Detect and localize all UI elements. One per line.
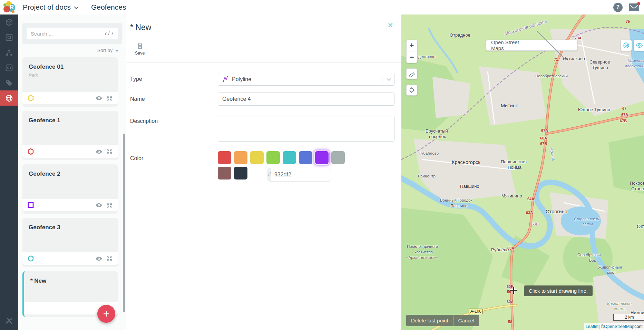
save-button[interactable]: Save	[135, 43, 145, 56]
map-scale: 2 km	[613, 314, 644, 321]
geofence-shape-icon	[27, 255, 34, 262]
geofence-card[interactable]: Geofence 1	[22, 111, 118, 160]
leaflet-link[interactable]: Leaflet	[586, 324, 599, 329]
list-scrollbar[interactable]	[123, 134, 125, 312]
project-selector-label: Project of docs	[23, 3, 71, 11]
map-layer-select[interactable]: Open Street Maps	[486, 40, 577, 51]
ruler-icon	[408, 70, 415, 77]
app-logo[interactable]: R	[3, 1, 16, 14]
nav-item-tools[interactable]	[0, 313, 18, 329]
search-container: 7 / 7	[22, 23, 122, 44]
zoom-control: + −	[406, 40, 417, 63]
polyline-icon	[222, 76, 229, 82]
drawing-action-bar: Delete last point Cancel	[406, 315, 479, 326]
nav-item-tags[interactable]	[0, 75, 18, 90]
map-base-layer	[401, 14, 644, 330]
geofence-card-subtitle: Park	[22, 70, 118, 78]
geofence-card-title: Geofence 1	[22, 111, 118, 124]
name-input[interactable]	[218, 93, 394, 105]
fit-to-bounds-button[interactable]	[106, 148, 113, 155]
project-selector[interactable]: Project of docs	[23, 3, 77, 11]
attribution-separator: | ©	[598, 324, 604, 329]
notification-dot	[637, 2, 640, 5]
color-swatch[interactable]	[218, 167, 231, 179]
type-select[interactable]: Polyline |	[218, 73, 394, 86]
page-title: Geofences	[91, 3, 126, 11]
save-button-label: Save	[135, 51, 145, 56]
search-counter: 7 / 7	[104, 31, 114, 36]
geofence-card-footer	[22, 92, 118, 104]
geofence-list-panel: 7 / 7 Sort by Geofence 01ParkGeofence 1G…	[18, 14, 126, 330]
geofence-card-footer	[22, 252, 118, 265]
geofence-shape-icon	[27, 95, 34, 101]
logo-letter: R	[10, 4, 14, 11]
osm-link[interactable]: OpenStreetMap	[604, 324, 634, 329]
nav-item-geofences[interactable]	[0, 90, 18, 106]
color-swatch[interactable]	[218, 151, 231, 164]
fit-to-bounds-button[interactable]	[106, 255, 113, 262]
geofence-editor-panel: * New × Save Type Polyline | Name Descri…	[126, 14, 401, 330]
geofence-card-list: Geofence 01ParkGeofence 1Geofence 2Geofe…	[18, 57, 126, 317]
geofence-visibility-toggle[interactable]	[621, 40, 632, 51]
nav-item-objects[interactable]	[0, 14, 18, 30]
search-input[interactable]	[31, 31, 104, 37]
save-floppy-icon	[137, 43, 143, 49]
hex-color-input[interactable]	[271, 172, 331, 178]
frame-icon	[5, 33, 13, 42]
show-on-map-eye-button[interactable]	[95, 255, 103, 262]
concentric-circles-icon	[623, 42, 630, 49]
top-bar: R Project of docs Geofences ?	[0, 0, 644, 14]
fit-to-bounds-button[interactable]	[106, 202, 113, 209]
map-layer-value: Open Street Maps	[491, 39, 531, 51]
fit-to-bounds-button[interactable]	[106, 95, 113, 102]
description-label: Description	[130, 118, 158, 124]
close-icon[interactable]: ×	[388, 21, 393, 30]
sort-by-label: Sort by	[97, 48, 113, 53]
color-swatch[interactable]	[299, 151, 312, 164]
visibility-eye-toggle[interactable]	[634, 40, 644, 51]
geofence-card-title: Geofence 2	[22, 164, 118, 177]
help-button[interactable]: ?	[613, 3, 623, 12]
type-select-value: Polyline	[232, 76, 381, 82]
sort-by-dropdown[interactable]: Sort by	[18, 48, 118, 53]
geofence-card-title: * New	[24, 271, 118, 284]
select-divider: |	[381, 76, 383, 82]
show-on-map-eye-button[interactable]	[95, 202, 103, 209]
draw-geofence-button[interactable]	[406, 85, 417, 96]
toolbar-divider	[126, 62, 401, 63]
color-swatch[interactable]	[250, 151, 264, 164]
circle-marker-icon	[408, 87, 415, 94]
geofence-card[interactable]: Geofence 01Park	[22, 57, 118, 107]
add-geofence-button[interactable]: +	[97, 305, 115, 323]
editor-title: * New	[130, 23, 151, 32]
drawing-crosshair-cursor	[510, 287, 517, 294]
color-swatch[interactable]	[331, 151, 345, 164]
geofence-card-footer	[22, 199, 118, 211]
color-swatch[interactable]	[234, 151, 247, 164]
hierarchy-icon	[5, 48, 13, 57]
nav-item-hierarchy[interactable]	[0, 45, 18, 60]
delete-last-point-button[interactable]: Delete last point	[406, 315, 453, 326]
show-on-map-eye-button[interactable]	[95, 95, 103, 102]
measure-button[interactable]	[406, 68, 417, 79]
geofence-card[interactable]: Geofence 3	[22, 218, 118, 267]
cancel-drawing-button[interactable]: Cancel	[453, 315, 479, 326]
show-on-map-eye-button[interactable]	[95, 148, 103, 155]
nav-item-frames[interactable]	[0, 30, 18, 45]
chevron-down-icon	[115, 48, 119, 52]
notifications-button[interactable]	[629, 3, 639, 11]
color-swatch[interactable]	[283, 151, 296, 164]
zoom-out-button[interactable]: −	[407, 51, 417, 63]
geofence-card-title: Geofence 3	[22, 218, 118, 231]
chevron-down-icon	[74, 4, 78, 9]
description-textarea[interactable]	[218, 116, 394, 141]
tools-icon	[5, 317, 13, 326]
color-swatch[interactable]	[315, 151, 329, 164]
map-canvas[interactable]: ОтрадноеМосковская областьПутилковоСевер…	[401, 14, 644, 330]
nav-item-code[interactable]	[0, 60, 18, 75]
tag-icon	[5, 79, 13, 87]
zoom-in-button[interactable]: +	[407, 40, 417, 51]
color-swatch[interactable]	[266, 151, 280, 164]
color-swatch[interactable]	[234, 167, 247, 179]
geofence-card[interactable]: Geofence 2	[22, 164, 118, 214]
